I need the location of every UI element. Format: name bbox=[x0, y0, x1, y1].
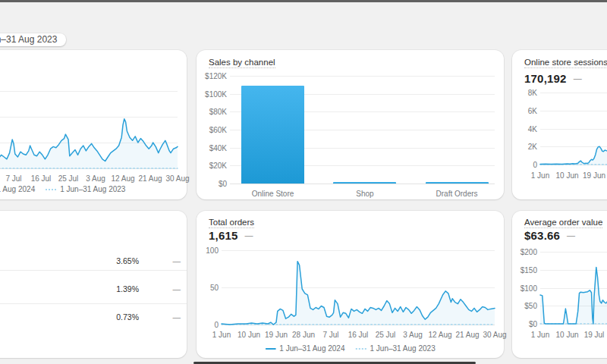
legend-label-previous: 1 Jun–31 Aug 2023 bbox=[370, 344, 436, 353]
chart-legend: 1 Jun–31 Aug 2024 1 Jun–31 Aug 2023 bbox=[265, 344, 435, 353]
bar-online-store bbox=[241, 86, 304, 184]
line-chart-svg bbox=[512, 211, 607, 358]
legend-label-current: 1 Jun–31 Aug 2024 bbox=[279, 344, 344, 353]
total-sales-chart: 7 Jul16 Jul25 Jul3 Aug12 Aug21 Aug30 Aug bbox=[0, 50, 187, 199]
y-axis-label: $40K bbox=[197, 144, 227, 152]
grid-line bbox=[230, 76, 495, 77]
row-divider bbox=[0, 303, 187, 304]
date-compare-chip[interactable]: 1 Jun–31 Aug 2023 bbox=[0, 33, 66, 46]
total-orders-chart: 0501001 Jun10 Jun19 Jun28 Jun7 Jul16 Jul… bbox=[197, 211, 504, 358]
card-conversion-partial: 3.65% — 1.39% — 0.73% — bbox=[0, 211, 187, 358]
bar-category-label: Online Store bbox=[235, 190, 311, 198]
line-area-fill bbox=[0, 119, 178, 168]
bar-category-label: Draft Orders bbox=[419, 190, 495, 198]
y-axis-label: $60K bbox=[197, 126, 227, 134]
legend-label-current: 1 Jun–31 Aug 2024 bbox=[0, 185, 35, 193]
row-divider bbox=[0, 270, 187, 271]
y-axis-label: $100K bbox=[197, 90, 227, 99]
conversion-delta-dash: — bbox=[173, 312, 181, 322]
y-axis-label: $0 bbox=[197, 180, 227, 188]
bar-shop bbox=[333, 182, 396, 184]
conversion-value: 1.39% bbox=[116, 284, 139, 293]
sessions-chart: 02K4K6K8K1 Jun10 Jun19 Jun bbox=[512, 50, 607, 199]
legend-dotted-swatch bbox=[356, 348, 366, 350]
legend-item-current: 1 Jun–31 Aug 2024 bbox=[0, 185, 35, 193]
top-border-bar bbox=[0, 0, 607, 2]
card-online-store-sessions: Online store sessions 170,192— 02K4K6K8K… bbox=[512, 50, 607, 199]
legend-item-current: 1 Jun–31 Aug 2024 bbox=[265, 344, 344, 353]
card-average-order-value: Average order value $63.66— $0$50$100$15… bbox=[512, 211, 607, 358]
legend-item-previous: 1 Jun–31 Aug 2023 bbox=[46, 185, 125, 193]
y-axis-label: $120K bbox=[197, 72, 227, 80]
chip-label: 1 Jun–31 Aug 2023 bbox=[0, 34, 57, 45]
conversion-row: 1.39% — bbox=[0, 284, 187, 293]
conversion-value: 0.73% bbox=[116, 312, 139, 322]
line-chart-svg bbox=[512, 50, 607, 199]
grid-line bbox=[230, 184, 495, 184]
y-axis-label: $20K bbox=[197, 162, 227, 170]
line-chart-svg bbox=[0, 50, 187, 199]
card-total-orders: Total orders 1,615— 0501001 Jun10 Jun19 … bbox=[197, 211, 504, 358]
conversion-value: 3.65% bbox=[116, 256, 139, 265]
conversion-row: 0.73% — bbox=[0, 312, 187, 322]
legend-label-previous: 1 Jun–31 Aug 2023 bbox=[60, 185, 125, 193]
card-sales-by-channel: Sales by channel $0$20K$40K$60K$80K$100K… bbox=[197, 50, 504, 199]
aov-chart: $0$50$100$150$2001 Jun10 Jun19 Jul bbox=[512, 211, 607, 358]
dashboard-screen: 1 Jun–31 Aug 2023 7 Jul16 Jul25 Jul3 Aug… bbox=[0, 0, 607, 364]
bar-draft-orders bbox=[426, 182, 489, 184]
line-area-fill bbox=[222, 262, 495, 325]
conversion-row: 3.65% — bbox=[0, 256, 187, 265]
conversion-delta-dash: — bbox=[173, 284, 181, 293]
card-total-sales-partial: 7 Jul16 Jul25 Jul3 Aug12 Aug21 Aug30 Aug… bbox=[0, 50, 187, 199]
line-chart-svg bbox=[197, 211, 504, 358]
legend-line-swatch bbox=[265, 348, 275, 350]
y-axis-label: $80K bbox=[197, 108, 227, 116]
conversion-delta-dash: — bbox=[173, 256, 181, 265]
legend-dotted-swatch bbox=[46, 189, 56, 190]
sales-by-channel-chart: $0$20K$40K$60K$80K$100K$120KOnline Store… bbox=[197, 50, 504, 199]
chart-legend: 1 Jun–31 Aug 2024 1 Jun–31 Aug 2023 bbox=[0, 185, 125, 193]
bar-category-label: Shop bbox=[327, 190, 403, 198]
legend-item-previous: 1 Jun–31 Aug 2023 bbox=[356, 344, 436, 353]
